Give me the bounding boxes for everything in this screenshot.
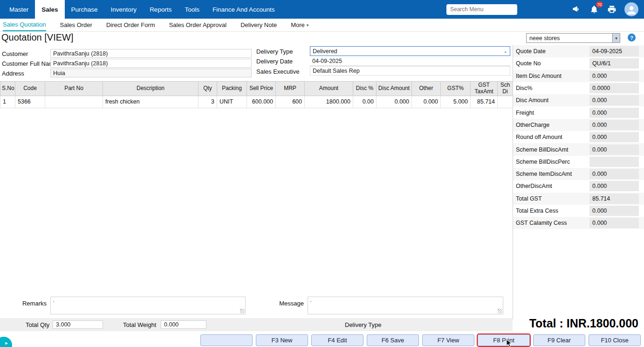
- summary-value: 0.000: [589, 71, 639, 81]
- summary-value: 0.000: [589, 206, 639, 216]
- summary-row-round-off-amount: Round off Amount 0.000: [513, 131, 644, 143]
- f9-clear-button[interactable]: F9 Clear: [533, 334, 585, 346]
- total-qty-input[interactable]: [53, 320, 103, 329]
- delivery-type-label: Delivery Type: [256, 48, 293, 55]
- items-table-header-row: S.No Code Part No Description Qty Packin…: [0, 82, 513, 96]
- function-buttons-row: F3 New F4 Edit F6 Save F7 View F8 Print …: [0, 333, 644, 347]
- mouse-cursor-icon: [506, 339, 512, 347]
- summary-label: Freight: [516, 110, 589, 116]
- blank-button[interactable]: [200, 334, 253, 346]
- f4-edit-label: F4 Edit: [328, 337, 347, 344]
- message-field-wrap: [308, 297, 503, 314]
- cell-disc-amount: 0.000: [377, 96, 412, 108]
- summary-label: Disc Amount: [516, 97, 589, 104]
- summary-value: [589, 157, 639, 167]
- customer-input[interactable]: [50, 49, 252, 58]
- nav-item-reports[interactable]: Reports: [143, 0, 178, 19]
- store-selector-caret-icon[interactable]: ▾: [613, 33, 620, 43]
- cell-sch-di: [498, 96, 513, 108]
- remarks-field-wrap: [50, 297, 246, 314]
- summary-row-disc-amount: Disc Amount 0.000: [513, 94, 644, 106]
- subnav-sales-order[interactable]: Sales Order: [60, 19, 92, 31]
- f7-view-label: F7 View: [438, 337, 459, 344]
- customer-label: Customer: [2, 50, 28, 57]
- summary-label: Round off Amount: [516, 134, 589, 140]
- nav-item-finance-and-accounts[interactable]: Finance And Accounts: [206, 0, 281, 19]
- f6-save-button[interactable]: F6 Save: [367, 334, 419, 346]
- top-nav-items: Master Sales Purchase Inventory Reports …: [0, 0, 281, 19]
- delivery-date-field[interactable]: 04-09-2025: [310, 56, 510, 66]
- nav-item-inventory[interactable]: Inventory: [104, 0, 144, 19]
- summary-row-quote-no: Quote No QU/6/1: [513, 57, 644, 69]
- item-row[interactable]: 1 5366 fresh chicken 3 UNIT 600.000 600 …: [0, 96, 513, 108]
- delivery-type-strip-label: Delivery Type: [345, 321, 382, 328]
- subnav-more-label: More: [291, 21, 305, 28]
- f10-close-label: F10 Close: [601, 337, 628, 344]
- summary-label: Scheme BillDiscPerc: [516, 159, 589, 165]
- announcement-icon[interactable]: [571, 4, 582, 14]
- subnav-delivery-note[interactable]: Delivery Note: [240, 19, 277, 31]
- nav-item-tools[interactable]: Tools: [178, 0, 206, 19]
- f10-close-button[interactable]: F10 Close: [589, 334, 641, 346]
- column-header-packing: Packing: [217, 82, 247, 96]
- subnav-sales-quotation[interactable]: Sales Quotation: [3, 19, 46, 31]
- nav-item-master[interactable]: Master: [3, 0, 35, 19]
- subnav-sales-order-approval[interactable]: Sales Order Approval: [169, 19, 227, 31]
- topbar-right: 70: [446, 2, 644, 16]
- nav-item-purchase[interactable]: Purchase: [65, 0, 104, 19]
- summary-row-scheme-bill-disc-amt: Scheme BillDiscAmt 0.000: [513, 143, 644, 155]
- main-content: Customer Customer Full Name Address Deli…: [0, 45, 644, 318]
- quote-summary-panel: Quote Date 04-09-2025 Quote No QU/6/1 It…: [513, 45, 644, 319]
- remarks-textarea[interactable]: [50, 297, 246, 314]
- f8-print-button[interactable]: F8 Print: [478, 334, 530, 346]
- summary-value: 0.0000: [589, 83, 639, 93]
- total-weight-input[interactable]: [161, 320, 206, 329]
- customer-full-name-label: Customer Full Name: [2, 60, 57, 67]
- summary-label: OtherDiscAmt: [516, 183, 589, 189]
- notifications-bell-icon[interactable]: 70: [589, 4, 599, 14]
- summary-row-scheme-bill-disc-perc: Scheme BillDiscPerc: [513, 156, 644, 168]
- summary-label: OtherCharge: [516, 122, 589, 128]
- notification-badge: 70: [596, 1, 603, 7]
- summary-value: 0.000: [589, 218, 639, 228]
- column-header-disc-amount: Disc Amount: [377, 82, 412, 96]
- message-textarea[interactable]: [308, 297, 503, 314]
- customer-full-name-input[interactable]: [50, 59, 252, 68]
- cell-amount: 1800.000: [305, 96, 353, 108]
- store-selector[interactable]: neee stores: [526, 33, 613, 43]
- f4-edit-button[interactable]: F4 Edit: [311, 334, 363, 346]
- summary-value: 0.000: [589, 120, 639, 130]
- delivery-date-label: Delivery Date: [256, 58, 293, 65]
- summary-row-quote-date: Quote Date 04-09-2025: [513, 45, 644, 57]
- nav-item-sales[interactable]: Sales: [35, 0, 64, 19]
- f3-new-button[interactable]: F3 New: [256, 334, 308, 346]
- cell-gst-taxamt: 85.714: [471, 96, 498, 108]
- f9-clear-label: F9 Clear: [548, 337, 571, 344]
- search-input[interactable]: [446, 4, 517, 15]
- sales-executive-field[interactable]: Default Sales Rep: [310, 66, 510, 76]
- help-icon[interactable]: ?: [628, 34, 636, 42]
- summary-value: 0.000: [589, 145, 639, 155]
- cell-mrp: 600: [276, 96, 305, 108]
- message-label: Message: [260, 300, 304, 307]
- cell-packing: UNIT: [217, 96, 247, 108]
- column-header-mrp: MRP: [276, 82, 305, 96]
- column-header-description: Description: [103, 82, 199, 96]
- address-input[interactable]: [50, 69, 252, 77]
- summary-label: Item Disc Amount: [516, 73, 589, 79]
- printer-icon[interactable]: [607, 4, 617, 14]
- user-avatar[interactable]: [624, 2, 638, 16]
- summary-row-total-extra-cess: Total Extra Cess 0.000: [513, 205, 644, 217]
- summary-value: 04-09-2025: [589, 46, 639, 56]
- subnav-direct-order-form[interactable]: Direct Order Form: [106, 19, 155, 31]
- subnav-more[interactable]: More ▾: [291, 19, 308, 31]
- address-label: Address: [2, 70, 24, 77]
- top-navbar: Master Sales Purchase Inventory Reports …: [0, 0, 644, 19]
- f7-view-button[interactable]: F7 View: [422, 334, 474, 346]
- column-header-qty: Qty: [199, 82, 217, 96]
- delivery-type-value: Delivered: [313, 48, 337, 55]
- cell-part-no: [45, 96, 103, 108]
- summary-value: 0.000: [589, 95, 639, 105]
- delivery-type-select[interactable]: Delivered ⌄: [310, 46, 510, 56]
- cell-sell-price: 600.000: [247, 96, 276, 108]
